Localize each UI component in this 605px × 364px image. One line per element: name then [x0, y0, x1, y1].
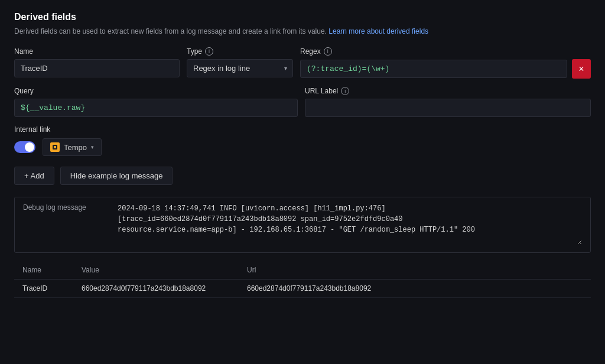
col-url-header: Url: [239, 261, 591, 280]
url-label-info-icon[interactable]: i: [341, 87, 349, 95]
regex-input[interactable]: [300, 60, 567, 78]
query-input[interactable]: [14, 99, 298, 117]
learn-more-link[interactable]: Learn more about derived fields: [328, 27, 428, 35]
name-group: Name: [14, 47, 180, 77]
debug-section: Debug log message 2024-09-18 14:37:49,74…: [14, 197, 591, 253]
add-button[interactable]: + Add: [14, 167, 54, 185]
hide-example-button[interactable]: Hide example log message: [60, 167, 173, 185]
derived-fields-section: Derived fields Derived fields can be use…: [14, 12, 591, 298]
add-button-label: + Add: [24, 171, 44, 180]
debug-row: Debug log message 2024-09-18 14:37:49,74…: [15, 197, 590, 252]
type-group: Type i Regex in log line Label JSON ▾: [187, 47, 293, 77]
col-name-header: Name: [14, 261, 73, 280]
internal-link-section: Internal link Tempo ▾: [14, 125, 591, 156]
col-value-header: Value: [73, 261, 239, 280]
regex-row: ×: [300, 59, 591, 79]
results-header-row: Name Value Url: [14, 261, 591, 280]
query-group: Query: [14, 87, 298, 117]
type-info-icon[interactable]: i: [205, 47, 213, 56]
type-label: Type i: [187, 47, 293, 56]
table-row: TraceID 660ed2874d0f779117a243bdb18a8092…: [14, 280, 591, 298]
name-input[interactable]: [14, 59, 180, 77]
internal-link-toggle[interactable]: [14, 141, 35, 153]
result-url: 660ed2874d0f779117a243bdb18a8092: [239, 280, 591, 298]
internal-link-controls: Tempo ▾: [14, 138, 591, 156]
results-table-body: TraceID 660ed2874d0f779117a243bdb18a8092…: [14, 280, 591, 298]
tempo-icon: [50, 142, 60, 152]
section-title: Derived fields: [14, 12, 591, 22]
tempo-chevron-icon: ▾: [91, 144, 94, 150]
action-row: + Add Hide example log message: [14, 167, 591, 185]
hide-button-label: Hide example log message: [70, 171, 163, 180]
debug-log-value-cell: 2024-09-18 14:37:49,741 INFO [uvicorn.ac…: [109, 197, 590, 252]
tempo-icon-inner: [53, 145, 57, 150]
result-name: TraceID: [14, 280, 73, 298]
debug-log-label: Debug log message: [15, 197, 109, 252]
name-label: Name: [14, 47, 180, 56]
field-row-2: Query URL Label i: [14, 87, 591, 117]
toggle-knob: [25, 142, 34, 152]
delete-icon: ×: [578, 64, 584, 74]
results-table-head: Name Value Url: [14, 261, 591, 280]
section-description: Derived fields can be used to extract ne…: [14, 26, 591, 37]
tempo-label: Tempo: [64, 143, 87, 152]
type-select-wrapper: Regex in log line Label JSON ▾: [187, 59, 293, 77]
url-label-group: URL Label i: [305, 87, 591, 117]
regex-group: Regex i ×: [300, 47, 591, 79]
regex-info-icon[interactable]: i: [324, 47, 332, 56]
query-label: Query: [14, 87, 298, 95]
regex-label: Regex i: [300, 47, 591, 56]
debug-table: Debug log message 2024-09-18 14:37:49,74…: [15, 197, 590, 252]
delete-button[interactable]: ×: [572, 59, 591, 79]
result-value: 660ed2874d0f779117a243bdb18a8092: [73, 280, 239, 298]
url-label-input[interactable]: [305, 99, 591, 117]
results-table: Name Value Url TraceID 660ed2874d0f77911…: [14, 261, 591, 298]
type-select[interactable]: Regex in log line Label JSON: [187, 59, 293, 77]
url-label-label: URL Label i: [305, 87, 591, 95]
tempo-button[interactable]: Tempo ▾: [43, 138, 102, 156]
field-row-1: Name Type i Regex in log line Label JSON…: [14, 47, 591, 79]
debug-log-textarea[interactable]: 2024-09-18 14:37:49,741 INFO [uvicorn.ac…: [118, 203, 582, 245]
internal-link-label: Internal link: [14, 125, 591, 134]
